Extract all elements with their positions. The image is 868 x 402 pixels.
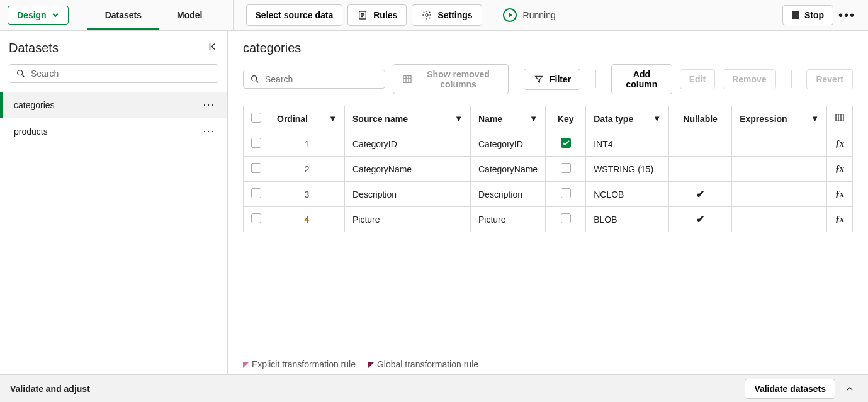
select-source-data-button[interactable]: Select source data [246,4,343,26]
edit-button: Edit [680,69,715,89]
design-dropdown[interactable]: Design [8,6,69,25]
collapse-sidebar-icon[interactable] [207,41,218,55]
expression-cell [732,182,827,207]
filter-icon[interactable]: ▼ [454,114,463,123]
legend: Explicit transformation rule Global tran… [243,354,853,374]
explicit-marker-icon [243,362,249,368]
add-column-button[interactable]: Add column [611,64,672,94]
filter-button[interactable]: Filter [524,69,580,90]
fx-icon[interactable]: ƒx [835,215,844,224]
nullable-check-icon: ✔ [696,189,704,199]
row-checkbox[interactable] [251,213,261,223]
fx-icon[interactable]: ƒx [835,164,844,174]
tab-datasets[interactable]: Datasets [87,1,159,29]
key-checkbox[interactable] [561,188,571,198]
name-cell: CategoryID [471,131,546,157]
more-menu[interactable]: ••• [833,6,860,25]
source-name-cell: CategoryID [345,131,471,157]
name-cell: CategoryName [471,157,546,182]
header-expression[interactable]: Expression▼ [732,106,827,131]
svg-rect-4 [403,76,411,83]
sidebar-item-categories[interactable]: categories ⋮ [0,92,227,118]
content-search-input[interactable] [265,74,378,84]
sidebar-item-products[interactable]: products ⋮ [0,118,227,145]
data-type-cell: INT4 [586,131,669,157]
source-name-cell: CategoryName [345,157,471,182]
svg-point-1 [426,14,428,16]
ordinal-value: 4 [277,215,337,225]
design-label: Design [17,10,47,20]
expression-cell [732,157,827,182]
table-row[interactable]: 4 Picture Picture BLOB ✔ ƒx [244,207,853,232]
svg-point-3 [252,76,257,81]
data-type-cell: BLOB [586,207,669,232]
name-cell: Description [471,182,546,207]
filter-icon [533,74,544,85]
ordinal-value: 3 [277,189,337,199]
ordinal-value: 2 [277,164,337,174]
rules-button[interactable]: Rules [347,4,407,26]
expand-panel-icon[interactable] [842,381,858,397]
tab-model[interactable]: Model [159,1,220,29]
running-status: Running [523,10,556,20]
columns-table: Ordinal▼ Source name▼ Name▼ Key Data typ… [243,106,853,232]
row-checkbox[interactable] [251,163,261,173]
table-row[interactable]: 2 CategoryName CategoryName WSTRING (15)… [244,157,853,182]
kebab-menu[interactable]: ⋮ [202,99,216,111]
divider [490,6,490,24]
sidebar-item-label: categories [14,100,55,110]
search-icon [16,69,26,79]
divider [233,0,234,30]
legend-explicit: Explicit transformation rule [243,359,356,369]
footer-title: Validate and adjust [10,384,90,394]
data-type-cell: NCLOB [586,182,669,207]
filter-icon[interactable]: ▼ [653,114,661,123]
header-name[interactable]: Name▼ [471,106,546,131]
running-icon [503,8,517,22]
filter-icon[interactable]: ▼ [329,114,337,123]
key-checkbox[interactable] [561,163,571,173]
source-name-cell: Picture [345,207,471,232]
svg-rect-5 [836,114,843,121]
header-nullable[interactable]: Nullable [669,106,732,131]
remove-button: Remove [723,69,775,89]
content-search[interactable] [243,70,385,89]
content-title: categories [243,41,853,55]
fx-icon[interactable]: ƒx [835,139,844,148]
search-icon [250,74,260,84]
settings-button[interactable]: Settings [412,4,482,26]
ordinal-value: 1 [277,139,337,149]
sidebar-search-input[interactable] [31,69,211,79]
legend-global: Global transformation rule [368,359,478,369]
kebab-menu[interactable]: ⋮ [202,126,216,137]
key-checkbox[interactable] [561,213,571,223]
fx-icon[interactable]: ƒx [835,189,844,199]
row-checkbox[interactable] [251,138,261,148]
svg-point-2 [18,70,23,75]
header-checkbox[interactable] [244,106,269,131]
name-cell: Picture [471,207,546,232]
divider [791,70,792,88]
filter-icon[interactable]: ▼ [811,114,819,123]
header-data-type[interactable]: Data type▼ [586,106,669,131]
chevron-down-icon [52,11,59,19]
header-key[interactable]: Key [546,106,586,131]
header-ordinal[interactable]: Ordinal▼ [269,106,345,131]
header-column-visibility[interactable] [827,106,853,131]
key-checkbox[interactable] [561,138,571,148]
source-name-cell: Description [345,182,471,207]
grid-icon [402,74,412,85]
sidebar-title: Datasets [9,41,59,55]
show-removed-columns-button[interactable]: Show removed columns [393,64,509,94]
stop-button[interactable]: Stop [782,5,833,25]
validate-datasets-button[interactable]: Validate datasets [745,379,835,399]
expression-cell [732,207,827,232]
revert-button: Revert [806,69,853,89]
gear-icon [421,9,432,21]
sidebar-search[interactable] [9,64,218,83]
table-row[interactable]: 3 Description Description NCLOB ✔ ƒx [244,182,853,207]
header-source-name[interactable]: Source name▼ [345,106,471,131]
filter-icon[interactable]: ▼ [529,114,538,123]
row-checkbox[interactable] [251,188,261,198]
table-row[interactable]: 1 CategoryID CategoryID INT4 ƒx [244,131,853,157]
